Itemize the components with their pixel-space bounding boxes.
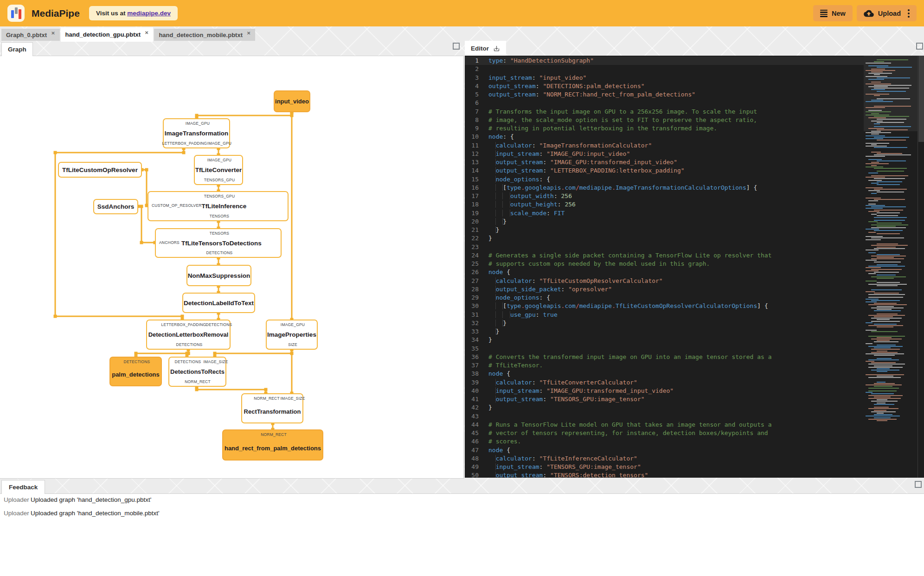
tab-graph[interactable]: Graph bbox=[1, 42, 33, 56]
graph-node-TfLiteConverter[interactable]: IMAGE_GPUTENSORS_GPUTfLiteConverter bbox=[194, 155, 243, 185]
code-line: 28 output_side_packet: "opresolver" bbox=[465, 285, 864, 294]
code-line: 42} bbox=[465, 403, 864, 412]
line-number: 29 bbox=[465, 294, 479, 302]
graph-node-DetectionLetterboxRemoval[interactable]: LETTERBOX_PADDINGDETECTIONSDETECTIONSDet… bbox=[146, 320, 231, 350]
code-area[interactable]: 1type: "HandDetectionSubgraph"23input_st… bbox=[465, 57, 864, 478]
line-number: 10 bbox=[465, 133, 479, 141]
graph-node-ImageProperties[interactable]: IMAGE_GPUSIZEImageProperties bbox=[266, 320, 318, 350]
expand-graph-icon[interactable] bbox=[453, 43, 460, 50]
code-line: 31 use_gpu: true bbox=[465, 311, 864, 319]
line-number: 6 bbox=[465, 99, 479, 107]
port-label-IMAGE_GPU: IMAGE_GPU bbox=[281, 322, 305, 327]
code-line: 47node { bbox=[465, 446, 864, 454]
port-label-NORM_RECT: NORM_RECT bbox=[261, 432, 287, 437]
expand-feedback-icon[interactable] bbox=[915, 481, 922, 488]
graph-node-DetectionLabelIdToText[interactable]: DetectionLabelIdToText bbox=[182, 293, 255, 313]
code-line: 43 bbox=[465, 412, 864, 421]
line-number: 47 bbox=[465, 446, 479, 454]
upload-button[interactable]: Upload bbox=[857, 5, 917, 21]
graph-canvas[interactable]: input_videoIMAGE_GPULETTERBOX_PADDINGIMA… bbox=[0, 56, 464, 479]
port-label-NORM_RECT: NORM_RECT bbox=[254, 396, 280, 401]
line-number: 46 bbox=[465, 437, 479, 446]
graph-node-ImageTransformation[interactable]: IMAGE_GPULETTERBOX_PADDINGIMAGE_GPUImage… bbox=[163, 118, 230, 148]
feedback-tab-label: Feedback bbox=[9, 484, 38, 491]
code-line: 22} bbox=[465, 234, 864, 243]
line-number: 16 bbox=[465, 184, 479, 192]
line-number: 24 bbox=[465, 251, 479, 260]
code-line: 24# Generates a single side packet conta… bbox=[465, 251, 864, 260]
node-title: TfLiteCustomOpResolver bbox=[62, 166, 138, 173]
close-tab-icon[interactable]: ✕ bbox=[247, 31, 250, 36]
editor-minimap[interactable] bbox=[864, 56, 918, 478]
editor-tab-label: Editor bbox=[471, 45, 489, 52]
code-line: 29 node_options: { bbox=[465, 294, 864, 302]
line-number: 9 bbox=[465, 124, 479, 133]
code-line: 25# supports custom ops needed by the mo… bbox=[465, 260, 864, 268]
line-number: 13 bbox=[465, 158, 479, 166]
node-title: SsdAnchors bbox=[97, 203, 135, 210]
code-line: 21 } bbox=[465, 226, 864, 234]
graph-node-palm_detections[interactable]: DETECTIONSpalm_detections bbox=[109, 357, 162, 386]
code-line: 46# scores. bbox=[465, 437, 864, 446]
graph-node-DetectionsToRects[interactable]: DETECTIONSIMAGE_SIZENORM_RECTDetectionsT… bbox=[168, 357, 226, 387]
line-number: 5 bbox=[465, 90, 479, 99]
download-icon[interactable] bbox=[493, 45, 500, 52]
port-label-IMAGE_SIZE: IMAGE_SIZE bbox=[203, 359, 228, 364]
line-number: 7 bbox=[465, 108, 479, 116]
code-line: 33 } bbox=[465, 327, 864, 336]
line-number: 31 bbox=[465, 311, 479, 319]
upload-more-icon[interactable] bbox=[908, 9, 910, 18]
editor-scrollbar[interactable] bbox=[918, 56, 924, 142]
node-title: hand_rect_from_palm_detections bbox=[225, 445, 321, 452]
code-line: 17 output_width: 256 bbox=[465, 192, 864, 200]
code-line: 39 calculator: "TfLiteConverterCalculato… bbox=[465, 378, 864, 387]
line-number: 34 bbox=[465, 336, 479, 344]
node-title: palm_detections bbox=[112, 371, 160, 378]
graph-node-SsdAnchors[interactable]: SsdAnchors bbox=[93, 199, 138, 214]
port-label-DETECTIONS: DETECTIONS bbox=[175, 359, 201, 364]
node-title: input_video bbox=[275, 98, 309, 105]
port-label-NORM_RECT: NORM_RECT bbox=[185, 379, 211, 384]
line-number: 48 bbox=[465, 454, 479, 463]
cloud-upload-icon bbox=[864, 9, 874, 18]
code-line: 1type: "HandDetectionSubgraph" bbox=[465, 57, 864, 65]
editor-panel[interactable]: 1type: "HandDetectionSubgraph"23input_st… bbox=[465, 56, 924, 478]
graph-node-input_video[interactable]: input_video bbox=[274, 90, 310, 112]
node-title: TfLiteTensorsToDetections bbox=[181, 240, 262, 247]
graph-node-TfLiteTensorsToDetections[interactable]: TENSORSDETECTIONSANCHORSTfLiteTensorsToD… bbox=[155, 228, 282, 258]
node-title: DetectionsToRects bbox=[170, 368, 225, 375]
graph-node-RectTransformation[interactable]: NORM_RECTIMAGE_SIZERectTransformation bbox=[241, 393, 303, 423]
code-line: 11 calculator: "ImageTransformationCalcu… bbox=[465, 141, 864, 150]
new-button[interactable]: New bbox=[813, 5, 853, 21]
port-label-DETECTIONS: DETECTIONS bbox=[176, 342, 203, 347]
close-tab-icon[interactable]: ✕ bbox=[145, 30, 148, 35]
feedback-source: Uploader bbox=[4, 510, 25, 517]
graph-node-TfLiteInference[interactable]: TENSORS_GPUTENSORSCUSTOM_OP_RESOLVERTfLi… bbox=[148, 191, 289, 221]
tab-editor[interactable]: Editor bbox=[465, 41, 506, 56]
app-header: MediaPipe Visit us at mediapipe.dev New … bbox=[0, 0, 924, 26]
graph-node-TfLiteCustomOpResolver[interactable]: TfLiteCustomOpResolver bbox=[58, 162, 142, 178]
file-tab-Graph_0.pbtxt[interactable]: Graph_0.pbtxt✕ bbox=[1, 29, 60, 41]
port-label-IMAGE_GPU: IMAGE_GPU bbox=[186, 121, 210, 126]
code-line: 26node { bbox=[465, 268, 864, 276]
mediapipe-dev-link[interactable]: mediapipe.dev bbox=[127, 10, 171, 17]
code-line: 2 bbox=[465, 65, 864, 73]
close-tab-icon[interactable]: ✕ bbox=[51, 31, 55, 36]
code-line: 34} bbox=[465, 336, 864, 344]
port-label-IMAGE_GPU: IMAGE_GPU bbox=[207, 158, 231, 162]
code-line: 38node { bbox=[465, 370, 864, 378]
line-number: 33 bbox=[465, 327, 479, 336]
file-tab-hand_detection_gpu.pbtxt[interactable]: hand_detection_gpu.pbtxt✕ bbox=[61, 27, 154, 42]
code-line: 5output_stream: "NORM_RECT:hand_rect_fro… bbox=[465, 90, 864, 99]
expand-editor-icon[interactable] bbox=[916, 43, 923, 50]
visit-chip: Visit us at mediapipe.dev bbox=[89, 6, 178, 20]
graph-node-NonMaxSuppression[interactable]: NonMaxSuppression bbox=[186, 265, 251, 286]
code-line: 40 input_stream: "IMAGE_GPU:transformed_… bbox=[465, 387, 864, 395]
file-tab-hand_detection_mobile.pbtxt[interactable]: hand_detection_mobile.pbtxt✕ bbox=[154, 29, 255, 41]
line-number: 30 bbox=[465, 302, 479, 310]
line-number: 49 bbox=[465, 463, 479, 471]
line-number: 41 bbox=[465, 395, 479, 403]
tab-feedback[interactable]: Feedback bbox=[1, 480, 45, 494]
line-number: 40 bbox=[465, 387, 479, 395]
graph-node-hand_rect_from_palm_detections[interactable]: NORM_RECThand_rect_from_palm_detections bbox=[222, 429, 323, 461]
